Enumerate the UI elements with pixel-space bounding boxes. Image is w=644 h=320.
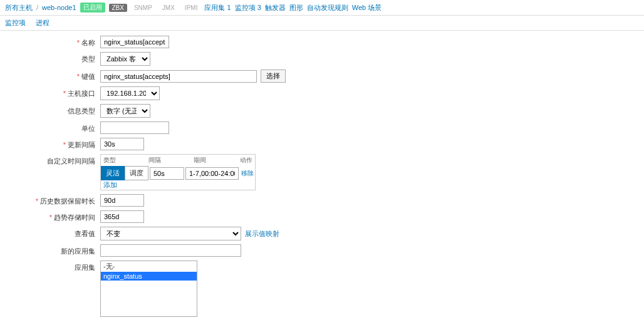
interval-value-input[interactable] (150, 167, 184, 180)
type-select[interactable]: Zabbix 客户端 (100, 52, 150, 66)
info-type-select[interactable]: 数字 (无正负) (100, 104, 150, 118)
trends-label: 趋势存储时间 (0, 210, 100, 222)
host-interface-label: 主机接口 (0, 86, 100, 98)
breadcrumb-items[interactable]: 监控项 3 (235, 3, 261, 13)
host-interface-select[interactable]: 192.168.1.20 : 10050 (100, 86, 160, 100)
breadcrumb-applications[interactable]: 应用集 1 (204, 3, 231, 13)
col-type: 类型 (101, 156, 146, 165)
breadcrumb-discovery[interactable]: 自动发现规则 (307, 3, 348, 13)
type-label: 类型 (0, 52, 100, 64)
info-type-label: 信息类型 (0, 104, 100, 116)
item-form: 名称 类型 Zabbix 客户端 键值 选择 主机接口 192.168.1.20… (0, 31, 644, 320)
applications-listbox[interactable]: -无- nginx_status (100, 261, 197, 317)
app-option-none[interactable]: -无- (101, 261, 197, 272)
trends-input[interactable] (100, 210, 144, 223)
new-app-input[interactable] (100, 244, 241, 257)
jmx-badge: JMX (159, 4, 178, 12)
tab-item[interactable]: 监控项 (5, 18, 26, 28)
interval-period-input[interactable] (185, 167, 239, 180)
interval-type-toggle[interactable]: 灵活 调度 (101, 166, 148, 180)
units-label: 单位 (0, 121, 100, 133)
update-interval-input[interactable] (100, 138, 144, 150)
app-option-nginx-status[interactable]: nginx_status (101, 272, 197, 281)
custom-interval-table: 类型 间隔 期间 动作 灵活 调度 移除 添加 (100, 154, 256, 190)
interval-remove-link[interactable]: 移除 (239, 169, 254, 178)
breadcrumb: 所有主机 / web-node1 已启用 ZBX SNMP JMX IPMI 应… (0, 0, 644, 16)
show-value-map-link[interactable]: 展示值映射 (245, 229, 279, 239)
toggle-flexible[interactable]: 灵活 (101, 166, 125, 180)
col-interval: 间隔 (146, 156, 191, 165)
col-action: 动作 (236, 156, 255, 165)
key-input[interactable] (100, 70, 257, 83)
col-period: 期间 (191, 156, 236, 165)
breadcrumb-graphs[interactable]: 图形 (289, 3, 303, 13)
history-input[interactable] (100, 194, 144, 207)
key-select-button[interactable]: 选择 (261, 70, 286, 83)
ipmi-badge: IPMI (182, 4, 201, 12)
units-input[interactable] (100, 121, 169, 134)
name-input[interactable] (100, 36, 169, 48)
snmp-badge: SNMP (131, 4, 155, 12)
status-enabled-badge: 已启用 (80, 3, 105, 13)
show-value-label: 查看值 (0, 227, 100, 239)
new-app-label: 新的应用集 (0, 244, 100, 256)
zbx-badge: ZBX (109, 4, 127, 12)
breadcrumb-all-hosts[interactable]: 所有主机 (5, 3, 33, 13)
name-label: 名称 (0, 36, 100, 48)
breadcrumb-host[interactable]: web-node1 (42, 4, 76, 11)
tabs: 监控项 进程 (0, 16, 644, 31)
breadcrumb-triggers[interactable]: 触发器 (265, 3, 286, 13)
toggle-scheduling[interactable]: 调度 (125, 166, 148, 180)
custom-interval-label: 自定义时间间隔 (0, 154, 100, 166)
breadcrumb-sep: / (36, 4, 38, 11)
interval-add-link[interactable]: 添加 (101, 180, 120, 190)
tab-process[interactable]: 进程 (36, 18, 49, 28)
applications-label: 应用集 (0, 261, 100, 272)
show-value-select[interactable]: 不变 (100, 227, 241, 240)
history-label: 历史数据保留时长 (0, 194, 100, 206)
update-interval-label: 更新间隔 (0, 138, 100, 150)
breadcrumb-web[interactable]: Web 场景 (352, 3, 382, 13)
key-label: 键值 (0, 70, 100, 81)
